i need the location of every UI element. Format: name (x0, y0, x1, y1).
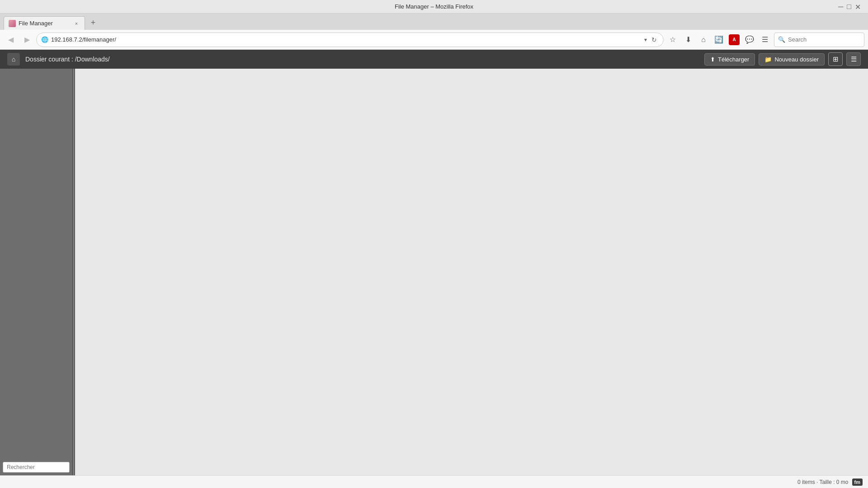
grid-view-icon: ⊞ (833, 55, 839, 63)
filemanager-header: ⌂ Dossier courant : /Downloads/ ⬆ Téléch… (0, 50, 868, 69)
forward-icon: ▶ (24, 35, 30, 44)
close-btn[interactable]: ✕ (855, 3, 861, 11)
lock-icon: 🌐 (41, 36, 48, 43)
tab-favicon (9, 20, 16, 27)
tab-close-button[interactable]: × (73, 20, 80, 27)
addon-button[interactable]: A (727, 33, 741, 47)
downloads-button[interactable]: ⬇ (681, 33, 695, 47)
home-button[interactable]: ⌂ (696, 33, 711, 47)
tab-label: File Manager (19, 20, 70, 27)
resize-handle-visual (73, 69, 74, 475)
maximize-btn[interactable]: □ (847, 3, 851, 11)
fm-list-view-button[interactable]: ☰ (846, 52, 861, 66)
fm-current-path: Dossier courant : /Downloads/ (25, 56, 704, 63)
sync-button[interactable]: 🔄 (712, 33, 726, 47)
url-dropdown-icon[interactable]: ▾ (644, 37, 647, 43)
status-right: 0 items · Taille : 0 mo fm (797, 479, 863, 486)
fm-upload-button[interactable]: ⬆ Télécharger (704, 53, 755, 66)
menu-button[interactable]: ☰ (758, 33, 772, 47)
active-tab[interactable]: File Manager × (4, 16, 85, 30)
navigation-bar: ◀ ▶ 🌐 ▾ ↻ ☆ ⬇ ⌂ 🔄 A 💬 ☰ 🔍 (0, 30, 868, 50)
upload-icon: ⬆ (710, 56, 715, 63)
back-icon: ◀ (8, 35, 14, 44)
fm-new-folder-button[interactable]: 📁 Nouveau dossier (759, 53, 825, 66)
back-button[interactable]: ◀ (4, 33, 18, 47)
status-stats: 0 items · Taille : 0 mo (797, 479, 849, 485)
fm-home-button[interactable]: ⌂ (7, 53, 20, 66)
toolbar-icons: ☆ ⬇ ⌂ 🔄 A 💬 ☰ (665, 33, 772, 47)
status-bar: 0 items · Taille : 0 mo fm (0, 475, 868, 488)
browser-title: File Manager – Mozilla Firefox (395, 3, 473, 10)
tab-bar: File Manager × + (0, 14, 868, 30)
fm-logo: fm (852, 479, 863, 486)
sidebar (0, 69, 72, 475)
search-bar: 🔍 (774, 33, 864, 47)
list-view-icon: ☰ (851, 55, 857, 63)
refresh-button[interactable]: ↻ (650, 35, 659, 44)
search-input[interactable] (788, 36, 856, 43)
sidebar-search-input[interactable] (3, 462, 70, 473)
minimize-btn[interactable]: ─ (838, 3, 843, 11)
browser-title-bar: File Manager – Mozilla Firefox ─ □ ✕ (0, 0, 868, 14)
new-folder-label: Nouveau dossier (774, 56, 819, 63)
new-tab-button[interactable]: + (87, 16, 99, 29)
main-layout (0, 69, 868, 475)
forward-button[interactable]: ▶ (20, 33, 34, 47)
file-content-area (75, 69, 868, 475)
addon-icon: A (729, 34, 740, 45)
fm-grid-view-button[interactable]: ⊞ (828, 52, 843, 66)
search-icon: 🔍 (778, 36, 785, 43)
sidebar-search-container (0, 459, 72, 475)
bookmarks-star-button[interactable]: ☆ (665, 33, 680, 47)
upload-label: Télécharger (718, 56, 749, 63)
url-input[interactable] (51, 36, 642, 43)
url-bar: 🌐 ▾ ↻ (36, 33, 664, 47)
new-folder-icon: 📁 (764, 56, 772, 63)
chat-button[interactable]: 💬 (742, 33, 757, 47)
fm-action-buttons: ⬆ Télécharger 📁 Nouveau dossier ⊞ ☰ (704, 52, 861, 66)
